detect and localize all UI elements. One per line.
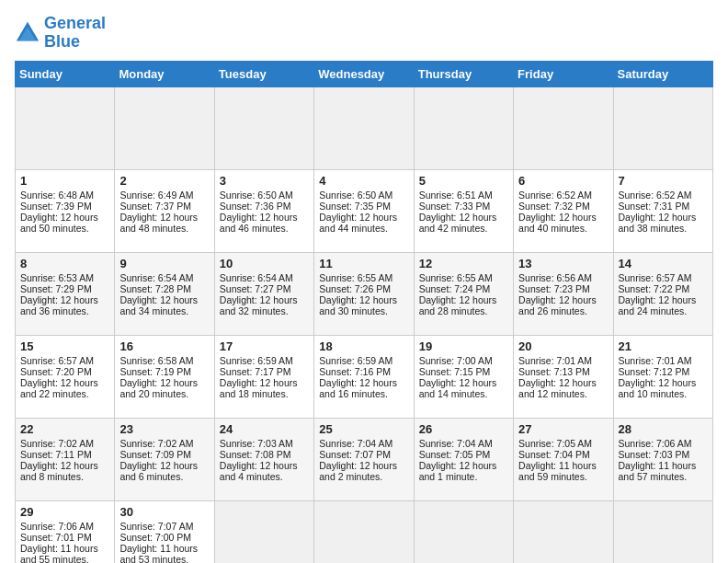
sunrise-text: Sunrise: 6:50 AM	[319, 190, 392, 201]
calendar-week-row: 8Sunrise: 6:53 AMSunset: 7:29 PMDaylight…	[16, 252, 713, 335]
sunset-text: Sunset: 7:39 PM	[20, 201, 92, 212]
sunrise-text: Sunrise: 7:07 AM	[119, 521, 193, 532]
calendar-cell: 6Sunrise: 6:52 AMSunset: 7:32 PMDaylight…	[514, 169, 613, 252]
column-header-saturday: Saturday	[613, 61, 712, 86]
day-number: 4	[319, 174, 408, 188]
calendar-cell: 17Sunrise: 6:59 AMSunset: 7:17 PMDayligh…	[214, 335, 313, 418]
day-number: 15	[20, 339, 109, 353]
day-number: 18	[319, 339, 408, 353]
calendar-cell: 23Sunrise: 7:02 AMSunset: 7:09 PMDayligh…	[115, 418, 214, 500]
sunrise-text: Sunrise: 6:57 AM	[619, 272, 692, 283]
sunset-text: Sunset: 7:23 PM	[518, 283, 590, 294]
logo: General Blue	[15, 15, 106, 52]
day-number: 16	[119, 339, 209, 353]
calendar-header-row: SundayMondayTuesdayWednesdayThursdayFrid…	[16, 61, 713, 86]
day-number: 21	[619, 339, 708, 353]
daylight-text: Daylight: 12 hours and 18 minutes.	[220, 377, 298, 399]
sunrise-text: Sunrise: 6:54 AM	[220, 272, 293, 283]
daylight-text: Daylight: 12 hours and 44 minutes.	[319, 212, 397, 234]
day-number: 3	[220, 174, 309, 188]
sunrise-text: Sunrise: 7:06 AM	[619, 438, 692, 449]
day-number: 6	[518, 174, 608, 188]
sunset-text: Sunset: 7:04 PM	[518, 449, 590, 460]
calendar-cell: 2Sunrise: 6:49 AMSunset: 7:37 PMDaylight…	[115, 169, 214, 252]
calendar-cell	[214, 86, 313, 169]
daylight-text: Daylight: 12 hours and 20 minutes.	[119, 377, 198, 399]
day-number: 9	[119, 257, 209, 270]
day-number: 28	[619, 422, 708, 436]
calendar-cell: 4Sunrise: 6:50 AMSunset: 7:35 PMDaylight…	[314, 169, 414, 252]
sunset-text: Sunset: 7:16 PM	[319, 366, 391, 377]
sunset-text: Sunset: 7:05 PM	[419, 449, 491, 460]
sunrise-text: Sunrise: 6:59 AM	[220, 355, 293, 366]
sunset-text: Sunset: 7:27 PM	[220, 283, 291, 294]
daylight-text: Daylight: 12 hours and 42 minutes.	[419, 212, 497, 234]
calendar-week-row: 15Sunrise: 6:57 AMSunset: 7:20 PMDayligh…	[16, 335, 713, 418]
day-number: 17	[220, 339, 309, 353]
sunset-text: Sunset: 7:01 PM	[20, 532, 92, 543]
sunrise-text: Sunrise: 6:51 AM	[419, 190, 493, 201]
day-number: 13	[518, 257, 608, 270]
sunrise-text: Sunrise: 6:53 AM	[20, 272, 94, 283]
daylight-text: Daylight: 12 hours and 28 minutes.	[419, 294, 497, 316]
sunrise-text: Sunrise: 6:54 AM	[119, 272, 193, 283]
sunset-text: Sunset: 7:33 PM	[419, 201, 491, 212]
calendar-cell	[414, 86, 513, 169]
sunset-text: Sunset: 7:32 PM	[518, 201, 590, 212]
day-number: 11	[319, 257, 408, 270]
daylight-text: Daylight: 12 hours and 2 minutes.	[319, 460, 397, 482]
daylight-text: Daylight: 12 hours and 34 minutes.	[119, 294, 198, 316]
calendar-week-row: 1Sunrise: 6:48 AMSunset: 7:39 PMDaylight…	[16, 169, 713, 252]
sunset-text: Sunset: 7:22 PM	[619, 283, 690, 294]
daylight-text: Daylight: 12 hours and 4 minutes.	[220, 460, 298, 482]
day-number: 27	[518, 422, 608, 436]
calendar-cell: 12Sunrise: 6:55 AMSunset: 7:24 PMDayligh…	[414, 252, 513, 335]
daylight-text: Daylight: 12 hours and 12 minutes.	[518, 377, 597, 399]
calendar-cell: 5Sunrise: 6:51 AMSunset: 7:33 PMDaylight…	[414, 169, 513, 252]
day-number: 23	[119, 422, 209, 436]
sunset-text: Sunset: 7:24 PM	[419, 283, 491, 294]
sunrise-text: Sunrise: 7:01 AM	[518, 355, 592, 366]
calendar-cell: 24Sunrise: 7:03 AMSunset: 7:08 PMDayligh…	[214, 418, 313, 500]
calendar-cell: 1Sunrise: 6:48 AMSunset: 7:39 PMDaylight…	[16, 169, 115, 252]
daylight-text: Daylight: 12 hours and 36 minutes.	[20, 294, 98, 316]
daylight-text: Daylight: 12 hours and 40 minutes.	[518, 212, 597, 234]
calendar-cell	[115, 86, 214, 169]
sunrise-text: Sunrise: 6:57 AM	[20, 355, 94, 366]
sunrise-text: Sunrise: 6:49 AM	[119, 190, 193, 201]
day-number: 14	[619, 257, 708, 270]
sunrise-text: Sunrise: 6:52 AM	[619, 190, 692, 201]
sunset-text: Sunset: 7:37 PM	[119, 201, 191, 212]
daylight-text: Daylight: 12 hours and 32 minutes.	[220, 294, 298, 316]
day-number: 26	[419, 422, 508, 436]
sunset-text: Sunset: 7:09 PM	[119, 449, 191, 460]
calendar-cell: 16Sunrise: 6:58 AMSunset: 7:19 PMDayligh…	[115, 335, 214, 418]
daylight-text: Daylight: 12 hours and 1 minute.	[419, 460, 497, 482]
calendar-cell: 18Sunrise: 6:59 AMSunset: 7:16 PMDayligh…	[314, 335, 414, 418]
calendar-week-row: 22Sunrise: 7:02 AMSunset: 7:11 PMDayligh…	[16, 418, 713, 500]
calendar-cell: 22Sunrise: 7:02 AMSunset: 7:11 PMDayligh…	[16, 418, 115, 500]
sunset-text: Sunset: 7:15 PM	[419, 366, 491, 377]
sunset-text: Sunset: 7:08 PM	[220, 449, 291, 460]
day-number: 2	[119, 174, 209, 188]
calendar-cell	[514, 500, 613, 563]
sunrise-text: Sunrise: 7:04 AM	[419, 438, 493, 449]
sunrise-text: Sunrise: 6:59 AM	[319, 355, 392, 366]
sunrise-text: Sunrise: 6:55 AM	[419, 272, 493, 283]
logo-text: General Blue	[44, 15, 106, 52]
day-number: 12	[419, 257, 508, 270]
calendar-cell: 10Sunrise: 6:54 AMSunset: 7:27 PMDayligh…	[214, 252, 313, 335]
calendar-cell: 8Sunrise: 6:53 AMSunset: 7:29 PMDaylight…	[16, 252, 115, 335]
day-number: 20	[518, 339, 608, 353]
day-number: 10	[220, 257, 309, 270]
calendar-cell	[214, 500, 313, 563]
calendar-table: SundayMondayTuesdayWednesdayThursdayFrid…	[15, 61, 713, 563]
sunset-text: Sunset: 7:12 PM	[619, 366, 690, 377]
calendar-cell: 7Sunrise: 6:52 AMSunset: 7:31 PMDaylight…	[613, 169, 712, 252]
day-number: 5	[419, 174, 508, 188]
sunset-text: Sunset: 7:03 PM	[619, 449, 690, 460]
calendar-cell: 13Sunrise: 6:56 AMSunset: 7:23 PMDayligh…	[514, 252, 613, 335]
calendar-cell	[514, 86, 613, 169]
sunrise-text: Sunrise: 6:48 AM	[20, 190, 94, 201]
sunset-text: Sunset: 7:20 PM	[20, 366, 92, 377]
